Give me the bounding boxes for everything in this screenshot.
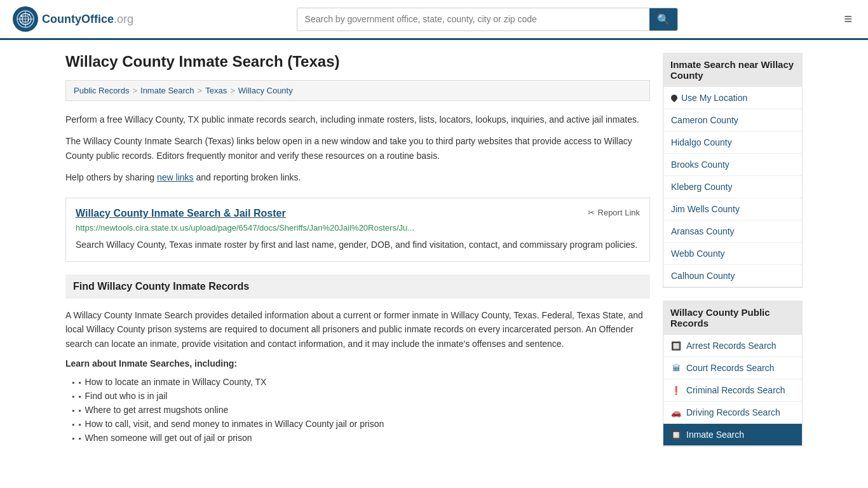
logo-icon — [13, 6, 38, 32]
report-link-icon: ✂ — [588, 208, 595, 217]
content-area: Willacy County Inmate Search (Texas) Pub… — [65, 53, 650, 459]
search-input[interactable] — [297, 8, 649, 30]
sidebar-nearby-list: Use My Location Cameron CountyHidalgo Co… — [663, 87, 803, 288]
sidebar-use-location-item[interactable]: Use My Location — [663, 87, 802, 109]
breadcrumb-sep-1: > — [132, 86, 137, 95]
report-link-label: Report Link — [598, 208, 640, 217]
sidebar-nearby-section: Inmate Search near Willacy County Use My… — [663, 53, 803, 288]
main-wrapper: Willacy County Inmate Search (Texas) Pub… — [53, 53, 815, 459]
sidebar: Inmate Search near Willacy County Use My… — [663, 53, 803, 459]
svg-point-8 — [20, 22, 22, 23]
new-links-link[interactable]: new links — [157, 172, 194, 182]
sidebar-county-item[interactable]: Aransas County — [663, 220, 802, 243]
sidebar-pub-rec-link[interactable]: 🔲Arrest Records Search — [663, 335, 802, 356]
sidebar-public-records-section: Willacy County Public Records 🔲Arrest Re… — [663, 301, 803, 447]
header: CountyOffice.org 🔍 ≡ — [0, 0, 868, 40]
sidebar-county-link[interactable]: Hidalgo County — [663, 132, 802, 154]
page-title: Willacy County Inmate Search (Texas) — [65, 53, 650, 71]
rec-label: Arrest Records Search — [686, 341, 776, 351]
learn-heading: Learn about Inmate Searches, including: — [65, 358, 650, 369]
third-party-text: The Willacy County Inmate Search (Texas)… — [65, 134, 650, 163]
sidebar-county-item[interactable]: Kleberg County — [663, 176, 802, 198]
learn-list-item: ▪When someone will get out of jail or pr… — [72, 431, 650, 445]
sidebar-pub-rec-item[interactable]: ❗Criminal Records Search — [663, 379, 802, 402]
sidebar-pub-rec-item[interactable]: 🏛Court Records Search — [663, 357, 802, 379]
help-text-after: and reporting broken links. — [194, 172, 301, 182]
rec-label: Inmate Search — [686, 430, 744, 440]
report-link[interactable]: ✂ Report Link — [588, 208, 640, 217]
help-text: Help others by sharing new links and rep… — [65, 170, 650, 184]
sidebar-county-link[interactable]: Webb County — [663, 243, 802, 265]
svg-point-7 — [29, 14, 30, 15]
sidebar-pub-rec-link[interactable]: 🏛Court Records Search — [663, 357, 802, 379]
breadcrumb-inmate-search[interactable]: Inmate Search — [140, 86, 194, 95]
logo-text: CountyOffice.org — [42, 13, 133, 26]
rec-icon: ❗ — [671, 385, 681, 395]
sidebar-pub-rec-item[interactable]: 🚗Driving Records Search — [663, 402, 802, 424]
breadcrumb-texas[interactable]: Texas — [205, 86, 227, 95]
search-wrapper: 🔍 — [297, 8, 678, 31]
sidebar-nearby-title: Inmate Search near Willacy County — [663, 53, 803, 87]
intro-text: Perform a free Willacy County, TX public… — [65, 112, 650, 126]
help-text-before: Help others by sharing — [65, 172, 157, 182]
link-card: Willacy County Inmate Search & Jail Rost… — [65, 198, 650, 262]
sidebar-county-item[interactable]: Calhoun County — [663, 265, 802, 287]
breadcrumb-sep-2: > — [198, 86, 203, 95]
link-card-desc: Search Willacy County, Texas inmate rost… — [76, 238, 640, 252]
sidebar-public-records-title: Willacy County Public Records — [663, 301, 803, 335]
learn-list: ▪How to locate an inmate in Willacy Coun… — [65, 375, 650, 445]
breadcrumb-willacy[interactable]: Willacy County — [238, 86, 293, 95]
learn-list-item: ▪Where to get arrest mugshots online — [72, 403, 650, 417]
link-card-url: https://newtools.cira.state.tx.us/upload… — [76, 223, 640, 233]
learn-list-item: ▪How to locate an inmate in Willacy Coun… — [72, 375, 650, 389]
find-records-body: A Willacy County Inmate Search provides … — [65, 308, 650, 351]
search-bar-area: 🔍 — [297, 8, 678, 31]
sidebar-county-item[interactable]: Jim Wells County — [663, 198, 802, 220]
logo-area: CountyOffice.org — [13, 6, 133, 32]
sidebar-county-link[interactable]: Brooks County — [663, 154, 802, 176]
sidebar-county-link[interactable]: Kleberg County — [663, 176, 802, 198]
find-records-title: Find Willacy County Inmate Records — [73, 281, 642, 292]
sidebar-pub-rec-item[interactable]: 🔲Inmate Search — [663, 424, 802, 446]
sidebar-county-link[interactable]: Cameron County — [663, 109, 802, 132]
rec-icon: 🚗 — [671, 407, 681, 417]
sidebar-county-item[interactable]: Brooks County — [663, 154, 802, 176]
sidebar-pub-rec-link[interactable]: ❗Criminal Records Search — [663, 379, 802, 401]
sidebar-county-link[interactable]: Aransas County — [663, 220, 802, 243]
sidebar-county-item[interactable]: Cameron County — [663, 109, 802, 132]
sidebar-pub-rec-item[interactable]: 🔲Arrest Records Search — [663, 335, 802, 357]
location-pin-icon — [670, 93, 679, 102]
breadcrumb-sep-3: > — [230, 86, 235, 95]
rec-icon: 🔲 — [671, 430, 681, 440]
sidebar-county-link[interactable]: Calhoun County — [663, 265, 802, 287]
search-button[interactable]: 🔍 — [649, 8, 677, 30]
learn-list-item: ▪Find out who is in jail — [72, 389, 650, 403]
use-location-link[interactable]: Use My Location — [663, 87, 802, 109]
sidebar-pub-rec-link[interactable]: 🔲Inmate Search — [663, 424, 802, 445]
sidebar-public-records-list: 🔲Arrest Records Search🏛Court Records Sea… — [663, 335, 803, 447]
breadcrumb-public-records[interactable]: Public Records — [74, 86, 129, 95]
learn-list-item: ▪How to call, visit, and send money to i… — [72, 417, 650, 431]
breadcrumb: Public Records > Inmate Search > Texas >… — [65, 80, 650, 101]
svg-point-6 — [21, 15, 23, 17]
sidebar-county-link[interactable]: Jim Wells County — [663, 198, 802, 220]
rec-label: Criminal Records Search — [686, 385, 785, 395]
sidebar-county-item[interactable]: Webb County — [663, 243, 802, 265]
menu-icon[interactable]: ≡ — [841, 8, 855, 30]
link-card-header: Willacy County Inmate Search & Jail Rost… — [76, 208, 640, 219]
sidebar-county-item[interactable]: Hidalgo County — [663, 132, 802, 154]
rec-icon: 🔲 — [671, 341, 681, 351]
link-card-title[interactable]: Willacy County Inmate Search & Jail Rost… — [76, 208, 286, 219]
rec-icon: 🏛 — [671, 363, 681, 373]
rec-label: Driving Records Search — [686, 407, 780, 417]
find-records-section: Find Willacy County Inmate Records — [65, 274, 650, 299]
sidebar-pub-rec-link[interactable]: 🚗Driving Records Search — [663, 402, 802, 423]
rec-label: Court Records Search — [686, 363, 775, 373]
